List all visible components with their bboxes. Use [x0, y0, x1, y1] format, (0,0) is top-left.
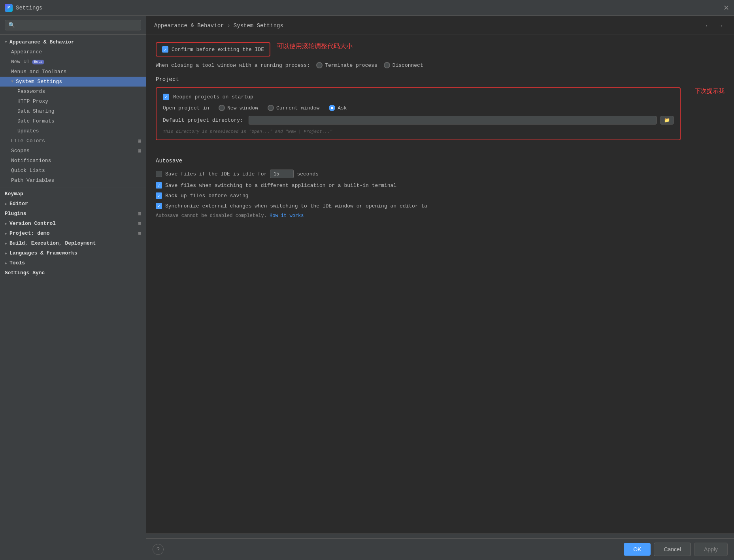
sidebar-item-label: Notifications [11, 158, 51, 164]
open-project-row: Open project in New window Current windo… [163, 105, 674, 111]
sidebar-item-appearance-behavior[interactable]: ▼ Appearance & Behavior [0, 37, 146, 47]
default-dir-input[interactable] [249, 116, 657, 124]
autosave-label: Autosave [156, 158, 725, 164]
search-input[interactable] [17, 22, 138, 28]
sidebar-item-build[interactable]: ▶ Build, Execution, Deployment [0, 238, 146, 248]
expand-arrow: ▼ [5, 40, 7, 44]
current-window-radio-wrapper[interactable]: Current window [268, 105, 319, 111]
sidebar-item-label: Scopes [11, 148, 30, 154]
bottom-bar: ? OK Cancel Apply [146, 538, 734, 560]
breadcrumb-current: System Settings [234, 23, 283, 29]
save-switching-checkbox[interactable]: ✓ [156, 182, 162, 189]
sidebar-item-label: Editor [9, 201, 28, 207]
sidebar-item-editor[interactable]: ▶ Editor [0, 199, 146, 209]
terminate-label: Terminate process [325, 62, 377, 68]
sidebar-item-system-settings[interactable]: ▼ System Settings [0, 77, 146, 87]
new-window-radio-wrapper[interactable]: New window [219, 105, 258, 111]
horizontal-scrollbar[interactable] [146, 534, 734, 538]
sidebar-item-new-ui[interactable]: New UI Beta [0, 57, 146, 67]
search-bar: 🔍 [0, 16, 146, 35]
content-body: ✓ Confirm before exiting the IDE 可以使用滚轮调… [146, 34, 734, 534]
sidebar-item-label: Quick Lists [11, 168, 45, 173]
when-closing-label: When closing a tool window with a runnin… [156, 62, 310, 68]
forward-button[interactable]: → [715, 21, 726, 30]
expand-arrow: ▼ [11, 79, 13, 84]
save-idle-input[interactable] [270, 170, 294, 178]
folder-button[interactable]: 📁 [660, 116, 674, 124]
new-window-label: New window [227, 105, 258, 111]
window-title: Settings [16, 5, 42, 11]
sidebar-item-label: Passwords [17, 89, 45, 94]
disconnect-label: Disconnect [392, 62, 423, 68]
sidebar-item-settings-sync[interactable]: Settings Sync [0, 268, 146, 278]
nav-tree: ▼ Appearance & Behavior Appearance New U… [0, 35, 146, 560]
save-idle-row: Save files if the IDE is idle for second… [156, 170, 725, 178]
sidebar-item-menus-toolbars[interactable]: Menus and Toolbars [0, 67, 146, 77]
annotation-top: 可以使用滚轮调整代码大小 [277, 42, 353, 51]
save-idle-checkbox[interactable] [156, 171, 162, 177]
current-window-radio[interactable] [268, 105, 274, 111]
sidebar-item-http-proxy[interactable]: HTTP Proxy [0, 96, 146, 106]
sidebar-item-label: Project: demo [9, 230, 49, 236]
close-button[interactable]: ✕ [723, 4, 729, 12]
sidebar-item-scopes[interactable]: Scopes ▦ [0, 146, 146, 156]
confirm-exit-checkbox[interactable]: ✓ [162, 46, 168, 53]
sidebar-item-version-control[interactable]: ▶ Version Control ▦ [0, 219, 146, 228]
project-section-label: Project [156, 76, 725, 83]
cancel-button[interactable]: Cancel [654, 543, 691, 556]
when-closing-row: When closing a tool window with a runnin… [156, 62, 725, 68]
disconnect-radio[interactable] [384, 62, 390, 68]
sidebar-item-notifications[interactable]: Notifications [0, 156, 146, 166]
sidebar: 🔍 ▼ Appearance & Behavior Appearance New… [0, 16, 146, 560]
backup-checkbox[interactable]: ✓ [156, 192, 162, 199]
sidebar-item-label: System Settings [16, 79, 62, 85]
disconnect-radio-wrapper[interactable]: Disconnect [384, 62, 423, 68]
expand-arrow: ▶ [5, 261, 7, 266]
sidebar-item-path-variables[interactable]: Path Variables [0, 175, 146, 185]
sync-checkbox[interactable]: ✓ [156, 203, 162, 209]
sidebar-item-quick-lists[interactable]: Quick Lists [0, 166, 146, 175]
ok-button[interactable]: OK [624, 543, 651, 556]
open-project-label: Open project in [163, 105, 209, 111]
sidebar-item-project-demo[interactable]: ▶ Project: demo ▦ [0, 228, 146, 238]
expand-arrow: ▶ [5, 251, 7, 256]
sidebar-item-appearance[interactable]: Appearance [0, 47, 146, 57]
apply-button[interactable]: Apply [694, 543, 728, 556]
new-window-radio[interactable] [219, 105, 225, 111]
save-switching-row: ✓ Save files when switching to a differe… [156, 182, 725, 189]
sidebar-item-plugins[interactable]: Plugins ▦ [0, 209, 146, 219]
sidebar-item-tools[interactable]: ▶ Tools [0, 258, 146, 268]
nav-arrows: ← → [702, 21, 726, 30]
autosave-section: Autosave Save files if the IDE is idle f… [156, 158, 725, 219]
title-bar-left: P Settings [5, 4, 42, 12]
search-wrapper[interactable]: 🔍 [5, 20, 141, 30]
expand-arrow: ▶ [5, 231, 7, 236]
sidebar-item-date-formats[interactable]: Date Formats [0, 116, 146, 126]
sidebar-item-languages[interactable]: ▶ Languages & Frameworks [0, 248, 146, 258]
main-layout: 🔍 ▼ Appearance & Behavior Appearance New… [0, 16, 734, 560]
breadcrumb: Appearance & Behavior › System Settings [154, 23, 283, 29]
dir-hint: This directory is preselected in "Open..… [163, 129, 674, 134]
sidebar-item-keymap[interactable]: Keymap [0, 189, 146, 199]
terminate-radio-wrapper[interactable]: Terminate process [316, 62, 377, 68]
sidebar-item-label: Path Variables [11, 177, 54, 183]
sidebar-item-file-colors[interactable]: File Colors ▦ [0, 136, 146, 146]
terminate-radio[interactable] [316, 62, 323, 68]
content-header: Appearance & Behavior › System Settings … [146, 16, 734, 34]
sidebar-item-label: Keymap [5, 191, 23, 197]
sidebar-item-passwords[interactable]: Passwords [0, 87, 146, 96]
reopen-projects-checkbox[interactable]: ✓ [163, 94, 169, 100]
back-button[interactable]: ← [702, 21, 713, 30]
sidebar-item-data-sharing[interactable]: Data Sharing [0, 106, 146, 116]
how-it-works-link[interactable]: How it works [270, 213, 304, 219]
sidebar-item-updates[interactable]: Updates [0, 126, 146, 136]
ask-radio-wrapper[interactable]: Ask [329, 105, 347, 111]
ask-radio[interactable] [329, 105, 335, 111]
sidebar-item-label: Settings Sync [5, 270, 45, 276]
sync-row: ✓ Synchronize external changes when swit… [156, 203, 725, 209]
project-box: ✓ Reopen projects on startup Open projec… [156, 87, 681, 140]
sidebar-item-label: Data Sharing [17, 108, 55, 114]
help-button[interactable]: ? [153, 544, 164, 555]
annotation-right: 下次提示我 [695, 87, 725, 95]
app-icon: P [5, 4, 13, 12]
